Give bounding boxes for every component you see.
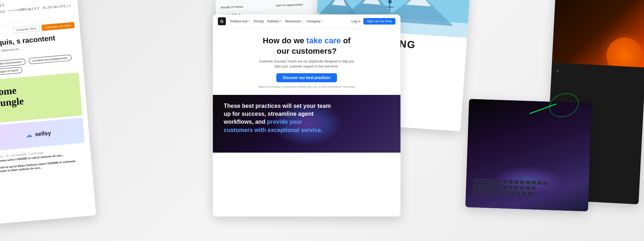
- main-scene: /rain/workshop actually in France open t…: [0, 0, 644, 241]
- key: [485, 179, 490, 183]
- gorgias-logo: G: [218, 17, 226, 25]
- key: [491, 179, 496, 183]
- key: [491, 184, 496, 189]
- tag-1: sensibilise énormément: [0, 58, 26, 68]
- gorgias-heading: How do we take care ofour customers?: [224, 36, 390, 56]
- btn-demo[interactable]: Demander une démo: [41, 22, 75, 31]
- nav-right: Log In Sign Up For Free: [351, 18, 395, 25]
- btn-discover[interactable]: Discover our best practices: [276, 73, 337, 82]
- btn-login[interactable]: Log In: [351, 19, 360, 23]
- key: [520, 185, 525, 190]
- gorgias-hero: How do we take care ofour customers? Cus…: [213, 29, 400, 95]
- key: [508, 180, 513, 184]
- key: [473, 184, 478, 188]
- key: [502, 180, 507, 184]
- key: [473, 189, 480, 194]
- footer-size: 50 - 200 employés: [6, 153, 27, 157]
- btn-signup[interactable]: Sign Up For Free: [363, 18, 395, 25]
- nav-links: Product tour ▾ Pricing Partners ▾ Resour…: [230, 19, 347, 23]
- key: [479, 184, 484, 188]
- key: [527, 191, 534, 196]
- key: [516, 191, 521, 195]
- key: [508, 185, 513, 189]
- key: [531, 186, 536, 190]
- key: [514, 185, 519, 190]
- key: [502, 185, 507, 189]
- key: [496, 185, 501, 189]
- bowl-illustration: [606, 36, 644, 67]
- chevron-company: ▾: [321, 20, 323, 23]
- chevron-resources: ▾: [302, 20, 303, 23]
- key: [531, 180, 536, 185]
- key: [479, 179, 484, 183]
- keyboard-keys: [473, 179, 582, 204]
- keyboard-image: [465, 99, 592, 211]
- sellsy-logo: sellsy: [35, 130, 51, 138]
- key: [485, 184, 490, 189]
- nav-product[interactable]: Product tour ▾: [230, 19, 250, 23]
- nav-partners[interactable]: Partners ▾: [267, 19, 282, 23]
- key: [514, 180, 519, 184]
- key: [525, 180, 530, 185]
- based-on-text: Based on Gorgias's experience working wi…: [224, 85, 390, 89]
- footer-links: Startup 50 - 200 employés Cas d'usage ca…: [0, 145, 92, 180]
- card-keyboard: [465, 99, 592, 211]
- sellsy-icon: ☁: [25, 131, 32, 139]
- key: [473, 179, 478, 183]
- chevron-partners: ▾: [280, 20, 282, 23]
- key: [525, 186, 530, 190]
- key: [537, 181, 542, 185]
- come-jungle-text: comeJungle: [0, 80, 76, 109]
- dark-heading: These best practices will set your team …: [224, 102, 332, 135]
- dark-card-image: [552, 0, 644, 67]
- key: [496, 179, 501, 184]
- nav-pricing[interactable]: Pricing: [254, 19, 264, 23]
- come-jungle-section: comeJungle: [0, 73, 82, 124]
- nav-company[interactable]: Company ▾: [307, 19, 323, 23]
- key: [521, 191, 526, 195]
- gorgias-nav: G Product tour ▾ Pricing Partners ▾ Reso…: [213, 14, 400, 29]
- gorgias-dark-section: These best practices will set your team …: [213, 95, 400, 153]
- nav-resources[interactable]: Resources ▾: [285, 19, 303, 23]
- key: [543, 181, 548, 185]
- tag-3: pédagogue et réactif: [0, 67, 22, 76]
- key: [492, 190, 498, 194]
- btn-client[interactable]: Contacter client: [13, 25, 40, 34]
- gorgias-hero-sub: Customer Success Tracks are our playbook…: [256, 59, 357, 69]
- footer-startup: Startup: [0, 155, 3, 158]
- key: [504, 190, 509, 195]
- key: [498, 190, 503, 194]
- key: [481, 189, 486, 194]
- card-japanese: 作品を変更します それ以上のことは、ページの制限を超えます。次に自ら知らせること…: [0, 0, 96, 224]
- dark-card-text: t,: [557, 69, 639, 78]
- key: [520, 180, 525, 184]
- card-gorgias: G Product tour ▾ Pricing Partners ▾ Reso…: [213, 14, 400, 216]
- footer-type: Cas d'usage: [29, 152, 43, 155]
- svg-line-10: [386, 7, 393, 7]
- chevron-product: ▾: [249, 20, 250, 23]
- key: [487, 190, 492, 194]
- key: [510, 190, 515, 195]
